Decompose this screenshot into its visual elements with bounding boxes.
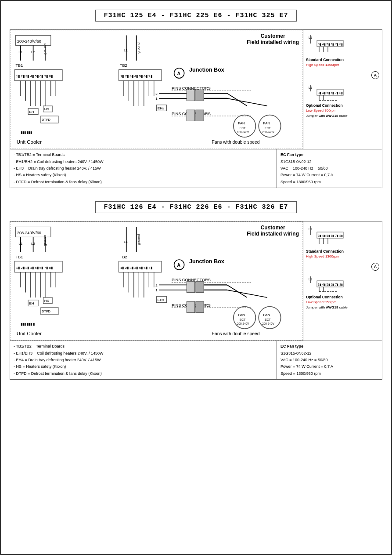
section1-legend-row5: - DTFD = Defrost termination & fans dela… [14, 179, 273, 185]
section2-diagram-wrapper: CustomerField installed wiring 208-240/V… [10, 221, 382, 341]
svg-text:ground: ground [137, 234, 140, 245]
svg-text:L2: L2 [31, 50, 35, 54]
section2-legend: - TB1/TB2 = Terminal Boards - EH1/EH3 = … [10, 341, 277, 379]
svg-text:1: 1 [155, 97, 158, 101]
svg-text:TB2: TB2 [120, 254, 127, 259]
svg-rect-49 [187, 90, 194, 101]
section1-ec-vac: VAC = 100-240 Hz = 50/60 [281, 165, 378, 172]
section1-title: F31HC 125 E4 - F31HC 225 E6 - F31HC 325 … [95, 10, 296, 22]
svg-text:L1: L1 [18, 242, 22, 246]
section1-right-panel: L1 3▮ 4▮ 5▮ 6▮ 7▮ 8▮ Standard Connection… [303, 30, 382, 149]
section2-high-speed-label: High Speed 1300rpm [306, 254, 379, 258]
section2-standard-connection: L1 3▮ 4▮ 5▮ 6▮ 7▮ 8▮ Standard Connection… [306, 224, 379, 258]
section2-standard-label: Standard Connection [306, 249, 379, 254]
svg-text:208-240/V/60: 208-240/V/60 [17, 230, 41, 235]
svg-text:100-240V: 100-240V [237, 131, 249, 134]
section1-ec-fan: EC Fan type S1G315-0N02-12 VAC = 100-240… [277, 149, 382, 188]
svg-text:HS: HS [44, 299, 49, 303]
svg-text:FAN: FAN [238, 121, 245, 125]
svg-text:FAN: FAN [238, 313, 245, 317]
svg-rect-142 [187, 301, 194, 312]
section2-right-panel: L1 3▮ 4▮ 5▮ 6▮ 7▮ 8▮ Standard Connection… [303, 221, 382, 341]
svg-text:2: 2 [155, 283, 158, 287]
section1-ec-speed: Speed = 1300/950 rpm [281, 179, 378, 185]
section2-optional-connection: L1 3▮ 4▮ 5▮ 6▮ 7▮ 8▮ Optional Connection… [306, 274, 379, 309]
section1-jumper-label: Jumper with AWG18 cable [306, 114, 379, 118]
section1-standard-label: Standard Connection [306, 58, 379, 62]
section2-legend-row: - TB1/TB2 = Terminal Boards - EH1/EH3 = … [10, 341, 382, 379]
section1-circle-a: A [371, 71, 379, 79]
svg-text:Fans with double speed: Fans with double speed [212, 140, 260, 145]
svg-text:Fans with double speed: Fans with double speed [212, 331, 260, 336]
svg-rect-50 [196, 90, 204, 101]
svg-text:1▮ 2▮ 3▮ 4▮ 5▮ 6▮ 7▮ 8▮: 1▮ 2▮ 3▮ 4▮ 5▮ 6▮ 7▮ 8▮ [16, 74, 53, 78]
svg-text:200-240V: 200-240V [237, 322, 249, 325]
section2-ec-speed: Speed = 1300/950 rpm [281, 370, 378, 377]
section2-low-speed-label: Low Speed 950rpm [306, 300, 379, 304]
svg-text:EHs: EHs [158, 298, 164, 302]
svg-text:3▮ 4▮ 5▮ 6▮ 7▮ 8▮: 3▮ 4▮ 5▮ 6▮ 7▮ 8▮ [318, 43, 343, 46]
svg-text:1▮ 2▮ 3▮ 4▮ 5▮ 6▮ 7▮: 1▮ 2▮ 3▮ 4▮ 5▮ 6▮ 7▮ [120, 266, 152, 270]
svg-text:▮▮▮ ▮▮▮: ▮▮▮ ▮▮▮ [21, 131, 32, 134]
section2-legend-row2: - EH1/EH3 = Coil defrosting heaters 240V… [14, 350, 273, 357]
svg-text:TB2: TB2 [120, 63, 127, 68]
svg-line-54 [227, 98, 267, 106]
section1-ec-power: Power = 74 W Current = 0,7 A [281, 172, 378, 178]
section2-optional-svg: L1 3▮ 4▮ 5▮ 6▮ 7▮ 8▮ [306, 274, 374, 294]
section1: F31HC 125 E4 - F31HC 225 E6 - F31HC 325 … [10, 10, 382, 188]
section2-ec-model: S1G315-0N02-12 [281, 350, 378, 357]
svg-text:DTFD: DTFD [42, 309, 50, 313]
svg-text:FAN: FAN [263, 121, 270, 125]
section1-wiring-svg: 208-240/V/60 L1 L2 ground TB1 1▮ 2▮ 3▮ 4… [11, 30, 302, 149]
section2-circle-a: A [371, 263, 379, 271]
svg-text:L1: L1 [18, 50, 22, 54]
section2-customer-label: CustomerField installed wiring [247, 225, 299, 237]
svg-text:ECT: ECT [265, 318, 271, 321]
svg-text:ECT: ECT [240, 127, 246, 130]
section1-legend-row4: - HS = Heaters safety (Klixon) [14, 172, 273, 178]
svg-text:HS: HS [44, 107, 49, 111]
section2-optional-label: Optional Connection [306, 295, 379, 299]
section1-legend-row1: - TB1/TB2 = Terminal Boards [14, 152, 273, 158]
section2-ec-title: EC Fan type [281, 344, 303, 348]
svg-rect-135 [196, 281, 204, 292]
svg-text:ground: ground [137, 43, 140, 54]
page: F31HC 125 E4 - F31HC 225 E6 - F31HC 325 … [0, 0, 392, 555]
svg-text:3▮ 4▮ 5▮ 6▮ 7▮ 8▮: 3▮ 4▮ 5▮ 6▮ 7▮ 8▮ [318, 234, 343, 237]
svg-text:DTFD: DTFD [42, 118, 50, 122]
svg-text:ground: ground [43, 44, 47, 54]
svg-text:TB1: TB1 [15, 63, 23, 68]
svg-text:L1: L1 [124, 48, 128, 52]
svg-text:208-240/V/60: 208-240/V/60 [17, 39, 41, 44]
section2-legend-row3: - EH4 = Drain tray defrosting heater 240… [14, 357, 273, 363]
svg-text:EH: EH [29, 301, 34, 305]
section2-ec-power: Power = 74 W Current = 0,7 A [281, 363, 378, 370]
svg-rect-57 [187, 110, 194, 121]
svg-text:L1: L1 [309, 228, 312, 231]
svg-text:ECT: ECT [240, 318, 246, 321]
section1-optional-connection: L1 3▮ 4▮ 5▮ 6▮ 7▮ 8▮ Optional Connection… [306, 83, 379, 118]
svg-text:EH: EH [29, 110, 34, 114]
section2-legend-row4: - HS = Heaters safety (Klixon) [14, 363, 273, 370]
section1-legend-row: - TB1/TB2 = Terminal Boards - EH1/EH2 = … [10, 149, 382, 188]
section1-optional-svg: L1 3▮ 4▮ 5▮ 6▮ 7▮ 8▮ [306, 83, 374, 102]
svg-text:L1: L1 [309, 86, 312, 89]
section1-low-speed-label: Low Speed 950rpm [306, 109, 379, 112]
svg-text:EHs: EHs [158, 106, 164, 110]
section1-legend-row2: - EH1/EH2 = Coil defrosting heaters 240V… [14, 159, 273, 165]
svg-text:Junction Box: Junction Box [189, 258, 224, 265]
section2-wiring-area: CustomerField installed wiring 208-240/V… [10, 221, 303, 341]
section2-legend-row1: - TB1/TB2 = Terminal Boards [14, 343, 273, 350]
section1-awg-bold: AWG18 [326, 114, 338, 118]
svg-line-53 [227, 93, 247, 106]
section1-ec-model: S1G315-0N02-12 [281, 159, 378, 165]
svg-text:200-240V: 200-240V [262, 131, 274, 134]
section2-title: F31HC 126 E4 - F31HC 226 E6 - F31HC 326 … [95, 201, 296, 213]
svg-text:L1: L1 [124, 240, 128, 244]
section1-standard-svg: L1 3▮ 4▮ 5▮ 6▮ 7▮ 8▮ [306, 33, 374, 57]
svg-text:L1: L1 [309, 36, 312, 39]
section2: F31HC 126 E4 - F31HC 226 E6 - F31HC 326 … [10, 201, 382, 380]
section1-optional-label: Optional Connection [306, 103, 379, 108]
section2-ec-fan: EC Fan type S1G315-0N02-12 VAC = 100-240… [277, 341, 382, 379]
svg-line-138 [227, 285, 247, 297]
